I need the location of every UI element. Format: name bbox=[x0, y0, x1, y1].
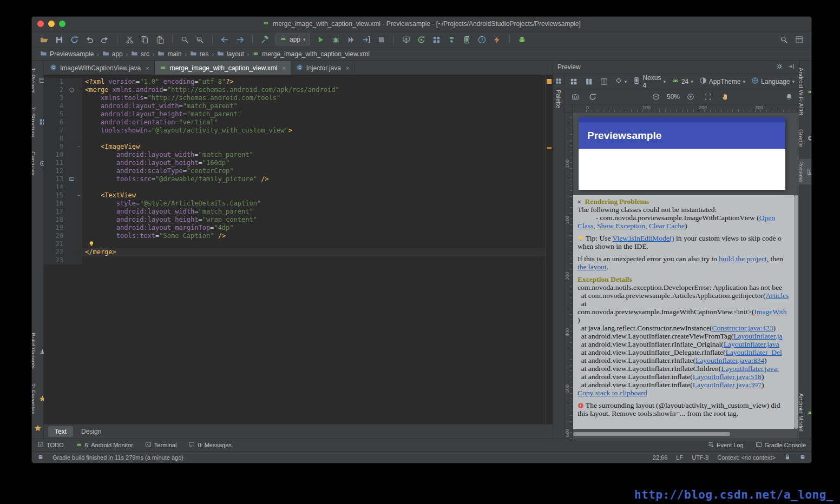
toolwindow-button-gradle-console[interactable]: Gradle Console bbox=[756, 441, 806, 449]
breadcrumb-item-src[interactable]: src bbox=[128, 50, 152, 58]
selector-nexus-4[interactable]: Nexus 4▾ bbox=[632, 74, 667, 89]
code-line-3[interactable]: 3 xmlns:tools="http://schemas.android.co… bbox=[44, 94, 553, 102]
toolbar-back-button[interactable] bbox=[218, 34, 232, 45]
code-line-13[interactable]: 13 tools:src="@drawable/family_picture" … bbox=[44, 175, 553, 183]
layout-preview-canvas[interactable]: Previewsample bbox=[579, 117, 785, 190]
problems-link[interactable]: LayoutInflater.java: bbox=[721, 364, 779, 373]
minimize-button[interactable] bbox=[48, 21, 55, 27]
toolwindow-button-6-android-monitor[interactable]: 6: Android Monitor bbox=[76, 441, 133, 449]
problems-link[interactable]: LayoutInflater.java:397 bbox=[693, 381, 762, 389]
tab-close-icon[interactable]: × bbox=[282, 65, 285, 71]
lock-icon[interactable] bbox=[784, 454, 791, 461]
error-stripe[interactable] bbox=[545, 75, 553, 424]
toolbar-make-project-button[interactable] bbox=[258, 34, 272, 45]
toolbar-cut-button[interactable] bbox=[123, 34, 136, 45]
toolbar-help-button[interactable]: ? bbox=[475, 34, 489, 45]
code-line-6[interactable]: 6 android:orientation="vertical" bbox=[44, 118, 553, 127]
design-surface[interactable]: 0100200300 100200300400500600 Previewsam… bbox=[565, 104, 799, 439]
code-line-19[interactable]: 19 android:layout_marginTop="4dp" bbox=[44, 224, 553, 232]
problems-link[interactable]: Show Exception bbox=[597, 222, 645, 230]
toolbar-save-all-button[interactable] bbox=[52, 34, 66, 45]
code-line-14[interactable]: 14 bbox=[44, 183, 553, 191]
breadcrumb-item-res[interactable]: res bbox=[187, 50, 212, 58]
code-line-5[interactable]: 5 android:layout_height="match_parent" bbox=[44, 110, 553, 118]
toolbar-android-device-monitor-button[interactable] bbox=[515, 34, 529, 45]
problems-link[interactable]: LayoutInflater.java bbox=[724, 340, 779, 348]
breadcrumb-item-layout[interactable]: layout bbox=[214, 50, 247, 58]
code-line-1[interactable]: 1<?xml version="1.0" encoding="utf-8"?> bbox=[44, 78, 553, 86]
encoding-indicator[interactable]: UTF-8 bbox=[692, 454, 708, 461]
preview-vertical-scrollbar[interactable] bbox=[794, 195, 798, 429]
palette-tab[interactable]: Palette bbox=[555, 90, 562, 108]
editor-tab-imagewithcaptionview-java[interactable]: CImageWithCaptionView.java× bbox=[45, 61, 155, 75]
code-line-21[interactable]: 21 bbox=[44, 240, 553, 248]
code-line-12[interactable]: 12 android:scaleType="centerCrop" bbox=[44, 167, 553, 175]
toolbar-paste-button[interactable] bbox=[153, 34, 167, 45]
toolbar-search-everywhere-button[interactable] bbox=[777, 34, 791, 45]
problems-link[interactable]: Clear Cache bbox=[649, 222, 685, 230]
code-line-18[interactable]: 18 android:layout_height="wrap_content" bbox=[44, 216, 553, 224]
problems-link[interactable]: View.isInEditMode() bbox=[613, 234, 674, 242]
toolbar-forward-button[interactable] bbox=[233, 34, 247, 45]
toolbar-manage-layouts-button[interactable] bbox=[792, 34, 806, 45]
toolbar-open-button[interactable] bbox=[37, 34, 51, 45]
selector-language[interactable]: Language▾ bbox=[750, 77, 796, 86]
tab-close-icon[interactable]: × bbox=[346, 65, 349, 71]
zoom-button[interactable] bbox=[59, 21, 65, 27]
problems-link[interactable]: the layout bbox=[578, 263, 607, 271]
editor-tab-merge-image-with-caption-view-xml[interactable]: merge_image_with_caption_view.xml× bbox=[155, 61, 291, 75]
zoom-out-icon[interactable] bbox=[649, 91, 663, 103]
code-line-23[interactable]: 23 bbox=[44, 256, 553, 264]
context-indicator[interactable]: Context: <no context> bbox=[717, 454, 776, 461]
toolbar-synchronize-button[interactable] bbox=[68, 34, 81, 45]
problems-link[interactable]: Copy stack to clipboard bbox=[578, 389, 647, 397]
toolbar-replace-button[interactable]: a bbox=[193, 34, 207, 45]
zoom-in-icon[interactable] bbox=[684, 91, 697, 103]
preview-config-cols-icon[interactable] bbox=[583, 76, 595, 88]
problems-link[interactable]: Open bbox=[759, 214, 775, 222]
toolbar-run-button[interactable] bbox=[314, 34, 327, 45]
toolbar-sdk-manager-button[interactable] bbox=[445, 34, 458, 45]
orientation-selector[interactable]: ▾ bbox=[614, 77, 628, 86]
code-line-2[interactable]: 2c−<merge xmlns:android="http://schemas.… bbox=[44, 86, 553, 94]
problems-link[interactable]: ImageWith bbox=[754, 308, 786, 316]
toolwindow-button-terminal[interactable]: Terminal bbox=[145, 441, 177, 449]
code-line-17[interactable]: 17 android:layout_width="match_parent" bbox=[44, 208, 553, 216]
preview-camera-icon[interactable] bbox=[568, 91, 582, 103]
selector-24[interactable]: 24▾ bbox=[671, 77, 694, 86]
preview-refresh-icon[interactable] bbox=[586, 91, 599, 103]
code-line-11[interactable]: 11 android:layout_height="160dp" bbox=[44, 159, 553, 167]
pan-hand-icon[interactable] bbox=[718, 91, 732, 103]
code-line-8[interactable]: 8 bbox=[44, 135, 553, 143]
preview-config-grid-icon[interactable] bbox=[568, 76, 580, 88]
toolbar-instant-run-button[interactable] bbox=[490, 34, 504, 45]
breadcrumb-item-main[interactable]: main bbox=[155, 50, 184, 58]
notifications-bell-icon[interactable] bbox=[782, 91, 796, 103]
toolbar-undo-button[interactable] bbox=[83, 34, 96, 45]
close-button[interactable] bbox=[37, 21, 44, 27]
toolbar-android-monitor-button[interactable] bbox=[399, 34, 413, 45]
run-configuration-selector[interactable]: app▾ bbox=[275, 34, 310, 45]
problems-link[interactable]: LayoutInflater.ja bbox=[733, 332, 782, 340]
gear-icon[interactable] bbox=[776, 63, 783, 72]
code-line-16[interactable]: 16 style="@style/ArticleDetails.Caption" bbox=[44, 200, 553, 208]
toolwindow-button-todo[interactable]: TODO bbox=[37, 441, 64, 449]
selector-apptheme[interactable]: AppTheme▾ bbox=[698, 77, 746, 86]
code-line-20[interactable]: 20 tools:text="Some Caption" /> bbox=[44, 232, 553, 240]
code-line-9[interactable]: 9− <ImageView bbox=[44, 143, 553, 151]
gutter-c-icon[interactable]: c bbox=[67, 86, 76, 94]
hide-panel-icon[interactable] bbox=[788, 63, 795, 72]
toolbar-sync-project-with-gradle-button[interactable] bbox=[415, 34, 428, 45]
editor-tab-injector-java[interactable]: CInjector.java× bbox=[291, 61, 355, 75]
breadcrumb-item-merge-image-with-caption-view-xml[interactable]: merge_image_with_caption_view.xml bbox=[250, 50, 372, 58]
toolwindow-button-event-log[interactable]: Event Log bbox=[707, 441, 744, 449]
toolwindow-button-0-messages[interactable]: 0: Messages bbox=[188, 441, 231, 449]
code-line-4[interactable]: 4 android:layout_width="match_parent" bbox=[44, 102, 553, 110]
toolbar-attach-debugger-button[interactable] bbox=[359, 34, 373, 45]
problems-link[interactable]: LayoutInflater_Del bbox=[726, 348, 782, 356]
toolbar-copy-button[interactable] bbox=[138, 34, 152, 45]
code-line-15[interactable]: 15− <TextView bbox=[44, 191, 553, 200]
line-ending-indicator[interactable]: LF bbox=[676, 454, 683, 461]
editor-mode-tab-text[interactable]: Text bbox=[48, 426, 73, 437]
toolbar-redo-button[interactable] bbox=[98, 34, 111, 45]
